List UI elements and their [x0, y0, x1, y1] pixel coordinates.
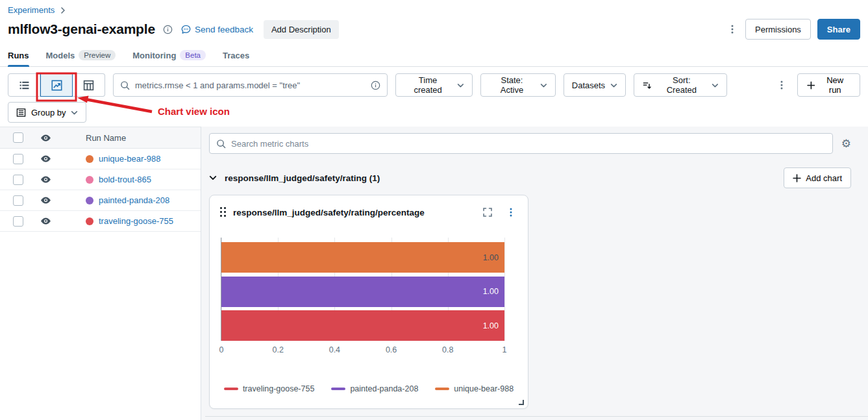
- chart-view-button[interactable]: [40, 73, 73, 97]
- run-color-dot: [86, 176, 93, 184]
- row-checkbox[interactable]: [13, 154, 23, 164]
- tab-runs[interactable]: Runs: [8, 51, 29, 66]
- visibility-eye-icon[interactable]: [31, 132, 60, 143]
- view-switcher: [8, 73, 105, 97]
- chart-settings-gear-icon[interactable]: ⚙: [841, 138, 851, 149]
- visibility-eye-icon[interactable]: [31, 195, 60, 206]
- legend-item-painted-panda-208[interactable]: painted-panda-208: [331, 384, 418, 393]
- bar-value-label: 1.00: [483, 321, 499, 330]
- run-link[interactable]: bold-trout-865: [99, 175, 151, 184]
- overflow-menu-icon[interactable]: [726, 23, 739, 36]
- run-link[interactable]: unique-bear-988: [99, 154, 160, 164]
- bar-value-label: 1.00: [483, 287, 499, 296]
- row-checkbox[interactable]: [13, 175, 23, 185]
- run-link[interactable]: traveling-goose-755: [99, 216, 173, 226]
- datasets-filter[interactable]: Datasets: [564, 73, 626, 97]
- runs-search-box: [113, 73, 388, 97]
- metric-search-input[interactable]: [231, 139, 826, 149]
- legend-swatch: [435, 388, 449, 390]
- plus-icon: [793, 174, 801, 182]
- runs-search-input[interactable]: [135, 80, 366, 90]
- add-chart-button[interactable]: Add chart: [784, 167, 851, 188]
- bar-row: 1.00: [221, 242, 504, 273]
- chevron-right-icon: [60, 7, 66, 14]
- chart-title: response/llm_judged/safety/rating/percen…: [233, 208, 425, 217]
- visibility-eye-icon[interactable]: [31, 174, 60, 185]
- legend-item-unique-bear-988[interactable]: unique-bear-988: [435, 384, 514, 393]
- mlflow-experiment-page: Experiments mlflow3-genai-example Send f…: [0, 0, 868, 420]
- bar-painted-panda-208[interactable]: 1.00: [221, 277, 504, 307]
- x-tick-label: 0.4: [329, 345, 340, 354]
- run-color-dot: [86, 217, 93, 225]
- info-icon[interactable]: [162, 23, 174, 36]
- breadcrumb-experiments-link[interactable]: Experiments: [8, 5, 55, 15]
- run-row[interactable]: unique-bear-988: [0, 149, 201, 169]
- chevron-down-icon: [712, 82, 719, 89]
- metric-section-toggle[interactable]: response/llm_judged/safety/rating (1): [209, 173, 380, 183]
- legend-item-traveling-goose-755[interactable]: traveling-goose-755: [224, 384, 315, 393]
- metric-section-title: response/llm_judged/safety/rating: [225, 173, 367, 183]
- legend-swatch: [331, 388, 345, 390]
- bar-unique-bear-988[interactable]: 1.00: [221, 242, 504, 273]
- run-color-dot: [86, 197, 93, 204]
- add-description-button[interactable]: Add Description: [264, 20, 339, 39]
- drag-handle-icon[interactable]: [220, 207, 227, 217]
- metric-chart-card: response/llm_judged/safety/rating/percen…: [209, 195, 528, 409]
- title-row: mlflow3-genai-example Send feedback Add …: [0, 15, 868, 40]
- x-tick-label: 1: [502, 345, 507, 354]
- x-tick-label: 0: [219, 345, 224, 354]
- tab-monitoring[interactable]: MonitoringBeta: [132, 50, 206, 66]
- row-checkbox[interactable]: [13, 195, 23, 206]
- x-tick-label: 0.6: [386, 345, 397, 354]
- beta-badge: Beta: [180, 50, 206, 60]
- table-view-button[interactable]: [73, 73, 105, 97]
- chart-menu-icon[interactable]: [504, 206, 517, 219]
- bar-value-label: 1.00: [483, 253, 499, 262]
- tab-models[interactable]: ModelsPreview: [46, 50, 116, 66]
- main-content: Run Name unique-bear-988 bold-trout-865: [0, 127, 868, 420]
- plus-icon: [807, 81, 815, 90]
- bar-traveling-goose-755[interactable]: 1.00: [221, 310, 504, 341]
- run-row[interactable]: bold-trout-865: [0, 169, 201, 190]
- chevron-down-icon: [209, 174, 217, 182]
- metric-section-header: response/llm_judged/safety/rating (1) Ad…: [209, 167, 851, 188]
- visibility-eye-icon[interactable]: [31, 153, 60, 164]
- run-row[interactable]: traveling-goose-755: [0, 211, 201, 232]
- metric-section-count: (1): [369, 173, 380, 183]
- list-view-button[interactable]: [8, 73, 40, 97]
- bar-row: 1.00: [221, 277, 504, 307]
- new-run-button[interactable]: New run: [797, 73, 860, 97]
- groupby-row: Group by: [0, 97, 868, 127]
- chevron-down-icon: [457, 82, 464, 89]
- toolbar-overflow-icon[interactable]: [775, 79, 788, 92]
- send-feedback-link[interactable]: Send feedback: [180, 24, 253, 35]
- runs-table-header: Run Name: [0, 127, 201, 149]
- bar-row: 1.00: [221, 310, 504, 341]
- grid-line: [504, 238, 505, 341]
- metric-charts-panel: ⚙ response/llm_judged/safety/rating (1) …: [201, 127, 868, 420]
- group-by-button[interactable]: Group by: [8, 102, 86, 123]
- run-row[interactable]: painted-panda-208: [0, 190, 201, 211]
- speech-bubble-icon: [180, 24, 192, 35]
- permissions-button[interactable]: Permissions: [745, 19, 811, 40]
- send-feedback-label: Send feedback: [195, 25, 253, 34]
- run-link[interactable]: painted-panda-208: [99, 195, 169, 205]
- time-created-filter[interactable]: Time created: [395, 73, 473, 97]
- state-filter[interactable]: State: Active: [480, 73, 556, 97]
- resize-handle-icon[interactable]: [517, 399, 525, 406]
- sort-dropdown[interactable]: Sort: Created: [634, 73, 727, 97]
- share-button[interactable]: Share: [817, 19, 860, 40]
- chevron-down-icon: [540, 82, 547, 89]
- select-all-checkbox[interactable]: [13, 132, 23, 143]
- search-icon: [120, 80, 130, 90]
- x-axis-ticks: 00.20.40.60.81: [221, 345, 504, 356]
- tab-traces[interactable]: Traces: [223, 51, 249, 66]
- visibility-eye-icon[interactable]: [31, 216, 60, 227]
- row-checkbox[interactable]: [13, 216, 23, 227]
- run-name-header[interactable]: Run Name: [60, 133, 201, 143]
- page-title: mlflow3-genai-example: [8, 21, 155, 37]
- search-info-icon[interactable]: [371, 80, 380, 90]
- chevron-down-icon: [610, 82, 617, 89]
- expand-chart-icon[interactable]: [481, 206, 494, 219]
- runs-toolbar: Time created State: Active Datasets Sort…: [0, 67, 868, 97]
